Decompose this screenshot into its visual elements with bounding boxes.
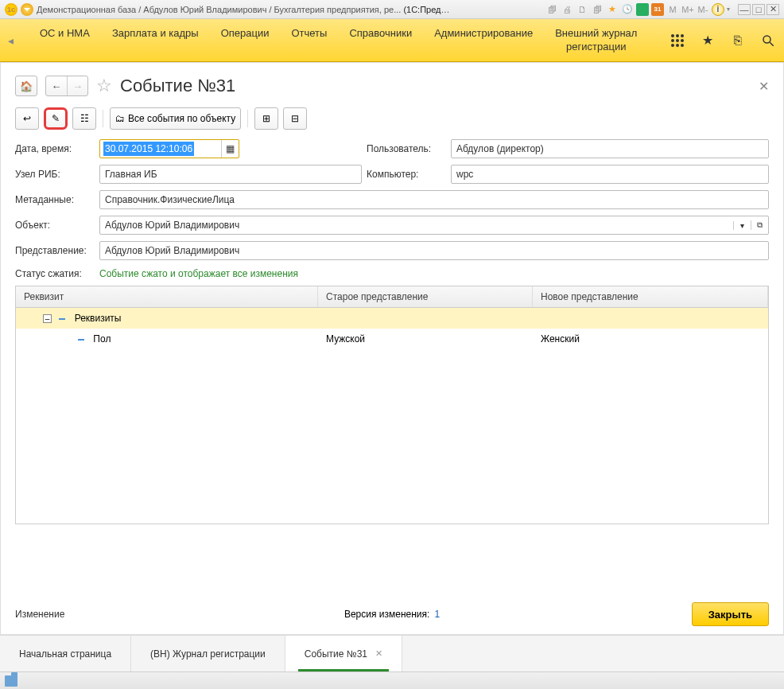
apps-grid-icon[interactable] [670, 33, 685, 49]
table-row[interactable]: Пол Мужской Женский [16, 329, 768, 349]
version-link[interactable]: 1 [434, 609, 440, 620]
tab-journal[interactable]: (ВН) Журнал регистрации [131, 636, 285, 671]
table-header: Реквизит Старое представление Новое пред… [16, 286, 768, 308]
toolbar-refresh-button[interactable]: ↩ [15, 107, 39, 130]
tab-close-icon[interactable]: ✕ [375, 648, 382, 659]
window-titlebar: 1c Демонстрационная база / Абдулов Юрий … [0, 0, 784, 19]
nav-item-admin[interactable]: Администрирование [434, 27, 533, 54]
page-close-button[interactable]: ✕ [759, 79, 769, 94]
nav-forward-button[interactable]: → [67, 76, 87, 95]
computer-field[interactable]: wpc [451, 165, 769, 184]
nav-item-salary[interactable]: Зарплата и кадры [112, 27, 199, 54]
label-compress: Статус сжатия: [15, 268, 95, 279]
toolbar-all-events-button[interactable]: 🗂 Все события по объекту [110, 107, 241, 130]
representation-field[interactable]: Абдулов Юрий Владимирович [99, 241, 769, 260]
clipboard-icon[interactable]: ⎘ [730, 33, 746, 49]
document-icon[interactable]: 🗋 [576, 3, 588, 16]
page-favorite-icon[interactable]: ☆ [96, 76, 112, 96]
nav-scroll-left[interactable]: ◂ [8, 34, 17, 47]
col-requisite[interactable]: Реквизит [16, 286, 318, 307]
page-footer: Изменение Версия изменения: 1 Закрыть [15, 602, 769, 626]
tree-bullet-icon [59, 318, 65, 320]
tab-home[interactable]: Начальная страница [0, 636, 131, 671]
favorite-star-icon[interactable]: ★ [606, 3, 619, 16]
main-navbar: ◂ ОС и НМА Зарплата и кадры Операции Отч… [0, 19, 784, 62]
metadata-field[interactable]: Справочник.ФизическиеЛица [99, 190, 769, 209]
label-object: Объект: [15, 220, 95, 231]
window-maximize-button[interactable]: □ [752, 4, 765, 15]
date-field[interactable]: 30.07.2015 12:10:06 ▦ [99, 139, 239, 158]
toolbar-collapse-button[interactable]: ⊟ [283, 107, 307, 130]
close-button[interactable]: Закрыть [692, 602, 769, 626]
tab-event[interactable]: Событие №31 ✕ [285, 636, 402, 671]
col-old[interactable]: Старое представление [318, 286, 533, 307]
stack-icon: 🗂 [115, 113, 125, 124]
tree-collapse-icon[interactable]: – [43, 314, 52, 323]
nav-item-reports[interactable]: Отчеты [291, 27, 327, 54]
nav-back-forward[interactable]: ← → [45, 76, 88, 96]
nav-item-catalogs[interactable]: Справочники [349, 27, 412, 54]
calendar-picker-icon[interactable]: ▦ [221, 140, 239, 158]
object-field[interactable]: Абдулов Юрий Владимирович ▾ ⧉ [99, 216, 769, 235]
memory-m-icon[interactable]: M [666, 3, 679, 16]
date-value: 30.07.2015 12:10:06 [103, 142, 194, 156]
compress-status: Событие сжато и отображает все изменения [99, 267, 769, 281]
print-icon[interactable]: 🖨 [561, 3, 573, 16]
statusbar-windows-icon[interactable] [5, 675, 17, 687]
node-field[interactable]: Главная ИБ [99, 165, 362, 184]
calculator-icon[interactable] [636, 3, 649, 16]
nav-item-operations[interactable]: Операции [221, 27, 270, 54]
changes-table: Реквизит Старое представление Новое пред… [15, 286, 769, 524]
window-title: Демонстрационная база / Абдулов Юрий Вла… [37, 5, 450, 14]
page-title: Событие №31 [120, 76, 235, 96]
toolbar-list-button[interactable]: ☷ [72, 107, 96, 130]
titlebar-toolbar: 🗐 🖨 🗋 🗐 ★ 🕓 31 M M+ M- i ▾ [545, 3, 730, 16]
copy-icon[interactable]: 🗐 [591, 3, 604, 16]
object-open-button[interactable]: ⧉ [751, 220, 768, 230]
svg-point-0 [763, 36, 770, 43]
label-user: Пользователь: [367, 143, 446, 154]
main-content: 🏠 ← → ☆ Событие №31 ✕ ↩ ✎ ☷ 🗂 Все событи… [0, 62, 784, 635]
app-logo-icon: 1c [5, 3, 17, 16]
app-menu-dropdown[interactable] [21, 3, 33, 16]
label-date: Дата, время: [15, 143, 95, 154]
label-representation: Представление: [15, 245, 95, 256]
nav-item-os-nma[interactable]: ОС и НМА [40, 27, 90, 54]
print-preview-icon[interactable]: 🗐 [545, 3, 558, 16]
tree-bullet-icon [78, 339, 84, 341]
search-icon[interactable] [760, 33, 776, 49]
window-minimize-button[interactable]: — [738, 4, 751, 15]
bottom-tabs: Начальная страница (ВН) Журнал регистрац… [0, 635, 784, 671]
history-icon[interactable]: 🕓 [621, 3, 634, 16]
memory-mminus-icon[interactable]: M- [697, 3, 709, 16]
user-field[interactable]: Абдулов (директор) [451, 139, 769, 158]
home-button[interactable]: 🏠 [15, 76, 37, 96]
nav-back-button[interactable]: ← [46, 76, 67, 95]
info-icon[interactable]: i [712, 3, 724, 16]
toolbar-expand-button[interactable]: ⊞ [254, 107, 278, 130]
svg-line-1 [770, 42, 774, 46]
window-close-button[interactable]: ✕ [767, 4, 779, 15]
calendar-icon[interactable]: 31 [651, 3, 664, 16]
memory-mplus-icon[interactable]: M+ [681, 3, 694, 16]
nav-item-external-journal[interactable]: Внешний журнал регистрации [555, 27, 637, 54]
label-computer: Компьютер: [367, 169, 446, 180]
change-label: Изменение [15, 609, 64, 620]
label-node: Узел РИБ: [15, 169, 95, 180]
status-bar [0, 671, 784, 689]
toolbar-edit-button[interactable]: ✎ [44, 107, 68, 130]
favorites-star-icon[interactable]: ★ [700, 33, 716, 49]
page-toolbar: ↩ ✎ ☷ 🗂 Все события по объекту ⊞ ⊟ [15, 107, 769, 130]
col-new[interactable]: Новое представление [533, 286, 768, 307]
version-label: Версия изменения: [344, 609, 429, 620]
table-group-row[interactable]: – Реквизиты [16, 308, 768, 329]
label-metadata: Метаданные: [15, 194, 95, 205]
object-dropdown-button[interactable]: ▾ [733, 221, 751, 230]
